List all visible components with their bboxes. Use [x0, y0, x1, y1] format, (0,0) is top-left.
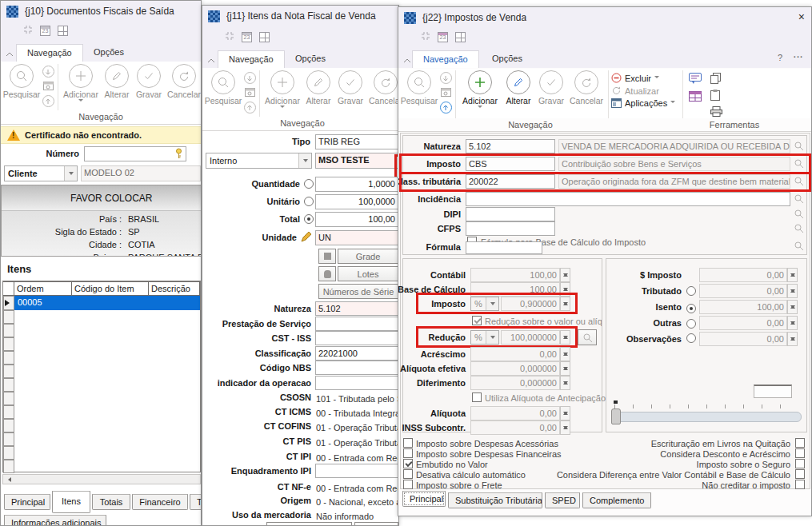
class-tributaria-desc-field[interactable]: Operação originada fora da ZFM que desti…	[558, 174, 790, 189]
down-arrow-icon[interactable]	[440, 72, 452, 84]
uso-mercadoria-value[interactable]: Não informado	[316, 510, 398, 523]
search-window-icon[interactable]	[245, 88, 255, 98]
numeros-serie-button[interactable]: Números de Série	[318, 284, 398, 299]
cfps-field[interactable]	[466, 221, 555, 236]
tab-principal[interactable]: Principal	[4, 494, 50, 510]
imposto-valor-field[interactable]: 0,00	[699, 268, 787, 282]
down-arrow-icon[interactable]	[244, 72, 256, 84]
reducao-pct-combo[interactable]: %	[470, 330, 499, 345]
down-arrow-icon[interactable]	[42, 66, 54, 78]
desativa-calculo-checkbox[interactable]	[403, 469, 413, 479]
adicionar-button[interactable]: Adicionar	[61, 64, 101, 104]
cancelar-button[interactable]: Cancelar	[366, 70, 399, 106]
antecipacao-checkbox[interactable]	[472, 393, 482, 402]
slider-thumb[interactable]	[611, 408, 621, 424]
considera-diferenca-checkbox[interactable]	[795, 469, 805, 479]
edit-pencil-icon[interactable]	[300, 231, 312, 245]
tab-navegacao[interactable]: Navegação	[218, 50, 285, 68]
tab-opcoes[interactable]: Opções	[285, 50, 336, 66]
spinner[interactable]	[560, 406, 570, 420]
slider-track[interactable]	[613, 412, 802, 422]
tipo-field[interactable]: TRIB REG	[315, 134, 398, 149]
combo-dropdown-button[interactable]	[486, 331, 498, 344]
ct-ipi-value[interactable]: 00 - Entrada com Recup	[316, 452, 398, 464]
ct-nfe-value[interactable]: 00 - Entrada com Recup	[316, 482, 398, 495]
alterar-button[interactable]: Alterar	[101, 64, 133, 99]
total-radio[interactable]	[304, 214, 314, 224]
combo-dropdown-button[interactable]	[64, 166, 77, 181]
tab-navegacao[interactable]: Navegação	[16, 44, 83, 62]
more-options-icon[interactable]: ...	[794, 50, 803, 59]
isento-radio[interactable]	[686, 304, 696, 313]
natureza-field[interactable]: 5.102	[315, 301, 398, 316]
dipi-field[interactable]	[466, 207, 555, 221]
lookup-icon[interactable]	[794, 176, 804, 188]
tab-itens[interactable]: Itens	[52, 491, 90, 513]
reducao-field[interactable]: 100,000000	[501, 330, 560, 345]
collapse-ribbon-chevron-icon[interactable]	[6, 49, 14, 58]
grid-icon[interactable]	[259, 32, 270, 42]
calendar-icon[interactable]: 23	[242, 32, 252, 42]
formula-field[interactable]	[466, 241, 542, 254]
unitario-field[interactable]: 100,0000	[315, 194, 398, 209]
grid-icon[interactable]	[455, 32, 466, 42]
origem-value[interactable]: 0 - Nacional, exceto as i	[316, 496, 398, 508]
unidade-field[interactable]: UN	[315, 230, 398, 245]
interno-combo[interactable]: Interno	[206, 153, 312, 169]
reducao-sobre-checkbox[interactable]	[472, 316, 482, 325]
pesquisar-button[interactable]: Pesquisar	[400, 70, 438, 106]
lotes-button[interactable]: Lotes	[338, 266, 398, 281]
tab-informacoes-adicionais[interactable]: Informações adicionais	[4, 515, 106, 526]
contabil-field[interactable]: 100,00	[470, 268, 560, 282]
titlebar[interactable]: {j10} Documentos Fiscais de Saída	[1, 1, 201, 22]
escrituracao-livros-checkbox[interactable]	[795, 438, 805, 448]
codigo-nbs-field[interactable]	[315, 361, 398, 375]
tab-navegacao[interactable]: Navegação	[412, 50, 479, 68]
partial-button[interactable]	[354, 522, 398, 526]
tributado-field[interactable]: 0,00	[699, 284, 787, 298]
aplicacoes-button[interactable]: Aplicações	[611, 98, 680, 108]
unitario-radio[interactable]	[304, 197, 314, 206]
quantidade-radio[interactable]	[304, 179, 314, 189]
titlebar[interactable]: {j22} Impostos de Venda ×	[398, 7, 811, 28]
indicador-field[interactable]	[315, 376, 398, 390]
cancelar-button[interactable]: Cancelar	[567, 70, 606, 106]
up-arrow-icon[interactable]	[42, 95, 54, 107]
cliente-field[interactable]: MODELO 02	[81, 165, 201, 181]
grade-icon-button[interactable]	[318, 249, 336, 264]
spinner[interactable]	[560, 268, 570, 282]
adicionar-button[interactable]: Adicionar	[458, 70, 502, 110]
aliquota-field[interactable]: 0,00	[470, 406, 560, 420]
paste-icon[interactable]	[710, 90, 722, 102]
imposto-pct-field[interactable]: 0,900000	[501, 297, 560, 311]
pesquisar-button[interactable]: Pesquisar	[204, 70, 242, 106]
search-window-icon[interactable]	[441, 88, 451, 98]
natureza-desc-field[interactable]: VENDA DE MERCADORIA ADQUIRIDA OU RECEBID…	[558, 139, 790, 153]
isento-field[interactable]: 100,00	[699, 300, 787, 314]
spinner[interactable]	[560, 347, 570, 361]
ct-cofins-value[interactable]: 01 - Operação Tributáve	[316, 421, 398, 434]
lookup-icon[interactable]	[794, 193, 804, 205]
print-icon[interactable]	[710, 106, 722, 118]
gravar-button[interactable]: Gravar	[334, 70, 366, 106]
pesquisar-button[interactable]: Pesquisar	[2, 64, 41, 99]
grid-icon[interactable]	[58, 26, 68, 36]
tab-substituicao-tributaria[interactable]: Substituição Tributária	[448, 492, 542, 508]
spinner[interactable]	[787, 332, 798, 346]
spinner[interactable]	[787, 284, 798, 298]
copy-icon[interactable]	[710, 73, 722, 86]
collapse-icon[interactable]	[225, 31, 234, 42]
outras-radio[interactable]	[686, 319, 696, 329]
up-arrow-icon[interactable]	[244, 102, 256, 114]
combo-dropdown-button[interactable]	[298, 153, 311, 168]
lookup-icon[interactable]	[794, 223, 804, 235]
calendar-icon[interactable]: 23	[438, 32, 448, 42]
spinner[interactable]	[560, 361, 570, 376]
despesas-acessorias-checkbox[interactable]	[403, 438, 413, 448]
comment-icon[interactable]	[689, 73, 702, 86]
tributado-radio[interactable]	[686, 286, 696, 296]
alterar-button[interactable]: Alterar	[502, 70, 535, 106]
tab-totais[interactable]: Totais	[92, 494, 130, 510]
cst-iss-field[interactable]	[315, 331, 398, 345]
up-arrow-icon[interactable]	[440, 102, 452, 114]
